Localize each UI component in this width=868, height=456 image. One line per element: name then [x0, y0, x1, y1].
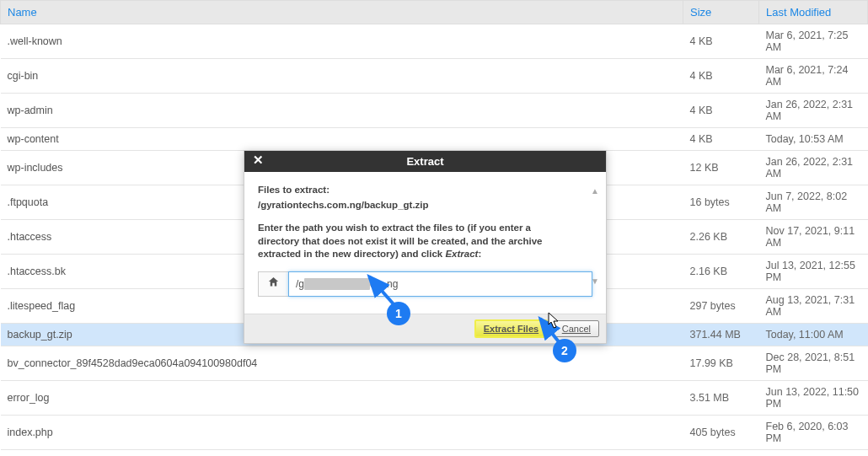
cell-size: 4 KB	[683, 94, 759, 128]
cell-name: index.php	[1, 416, 683, 450]
table-row[interactable]: .well-known4 KBMar 6, 2021, 7:25 AM	[1, 24, 868, 59]
cell-name: bv_connector_89f4528dad9eca0604a09410098…	[1, 346, 683, 381]
cell-modified: Feb 6, 2020, 6:03 PM	[759, 416, 868, 450]
close-icon[interactable]: ✕	[253, 153, 262, 168]
cell-size: 2.16 KB	[683, 255, 759, 289]
cell-modified: Jun 13, 2022, 11:50 PM	[759, 381, 868, 416]
column-name[interactable]: Name	[1, 1, 683, 24]
cell-modified: Dec 28, 2021, 8:51 PM	[759, 346, 868, 381]
scroll-up-icon[interactable]: ▲	[591, 185, 599, 197]
cell-size: 12 KB	[683, 151, 759, 185]
cell-size: 371.44 MB	[683, 324, 759, 346]
cell-name: wp-content	[1, 128, 683, 151]
cell-name: license.txt	[1, 450, 683, 457]
cell-size: 4 KB	[683, 128, 759, 151]
table-row[interactable]: bv_connector_89f4528dad9eca0604a09410098…	[1, 346, 868, 381]
cell-modified: Mar 6, 2021, 7:24 AM	[759, 59, 868, 94]
table-row[interactable]: cgi-bin4 KBMar 6, 2021, 7:24 AM	[1, 59, 868, 94]
table-header-row: Name Size Last Modified	[1, 1, 868, 24]
table-row[interactable]: index.php405 bytesFeb 6, 2020, 6:03 PM	[1, 416, 868, 450]
cell-modified: May 25, 2022, 2:36 AM	[759, 450, 868, 457]
cell-size: 16 bytes	[683, 185, 759, 220]
cell-size: 2.26 KB	[683, 220, 759, 255]
files-to-extract-label: Files to extract:	[258, 184, 592, 197]
cell-size: 4 KB	[683, 24, 759, 59]
extract-dialog: ✕ Extract ▲ ▼ Files to extract: /gyratio…	[244, 150, 607, 344]
cell-modified: Today, 10:53 AM	[759, 128, 868, 151]
cell-modified: Nov 17, 2021, 9:11 AM	[759, 220, 868, 255]
dialog-footer: Extract Files Cancel	[244, 314, 606, 343]
home-button[interactable]	[258, 271, 288, 297]
cell-modified: Jan 26, 2022, 2:31 AM	[759, 94, 868, 128]
cell-size: 3.51 MB	[683, 381, 759, 416]
table-row[interactable]: error_log3.51 MBJun 13, 2022, 11:50 PM	[1, 381, 868, 416]
cell-size: 19.45 KB	[683, 450, 759, 457]
home-icon	[267, 276, 280, 292]
cell-name: cgi-bin	[1, 59, 683, 94]
cell-name: error_log	[1, 381, 683, 416]
cell-modified: Jul 13, 2021, 12:55 PM	[759, 255, 868, 289]
cell-modified: Jan 26, 2022, 2:31 AM	[759, 151, 868, 185]
cell-modified: Jun 7, 2022, 8:02 AM	[759, 185, 868, 220]
table-row[interactable]: wp-content4 KBToday, 10:53 AM	[1, 128, 868, 151]
extract-path-input[interactable]: /gxxxxxxxxxxxxxom.ng	[288, 271, 592, 297]
cancel-button[interactable]: Cancel	[554, 320, 599, 337]
cell-modified: Aug 13, 2021, 7:31 AM	[759, 289, 868, 324]
dialog-body: ▲ ▼ Files to extract: /gyrationtechs.com…	[244, 172, 606, 314]
column-size[interactable]: Size	[683, 1, 759, 24]
extract-instruction: Enter the path you wish to extract the f…	[258, 222, 570, 261]
cell-size: 4 KB	[683, 59, 759, 94]
cell-size: 17.99 KB	[683, 346, 759, 381]
column-modified[interactable]: Last Modified	[759, 1, 868, 24]
redacted-text: xxxxxxxxxxxxx	[304, 278, 370, 290]
cell-name: .well-known	[1, 24, 683, 59]
cell-modified: Mar 6, 2021, 7:25 AM	[759, 24, 868, 59]
cell-size: 297 bytes	[683, 289, 759, 324]
dialog-title-text: Extract	[406, 155, 443, 168]
table-row[interactable]: wp-admin4 KBJan 26, 2022, 2:31 AM	[1, 94, 868, 128]
dialog-titlebar[interactable]: ✕ Extract	[244, 151, 606, 172]
scroll-down-icon[interactable]: ▼	[591, 276, 599, 287]
cell-size: 405 bytes	[683, 416, 759, 450]
extract-files-button[interactable]: Extract Files	[474, 319, 548, 338]
dialog-scrollbar[interactable]: ▲ ▼	[589, 185, 601, 287]
table-row[interactable]: license.txt19.45 KBMay 25, 2022, 2:36 AM	[1, 450, 868, 457]
cell-modified: Today, 11:00 AM	[759, 324, 868, 346]
cell-name: wp-admin	[1, 94, 683, 128]
files-to-extract-path: /gyrationtechs.com.ng/backup_gt.zip	[258, 199, 592, 212]
